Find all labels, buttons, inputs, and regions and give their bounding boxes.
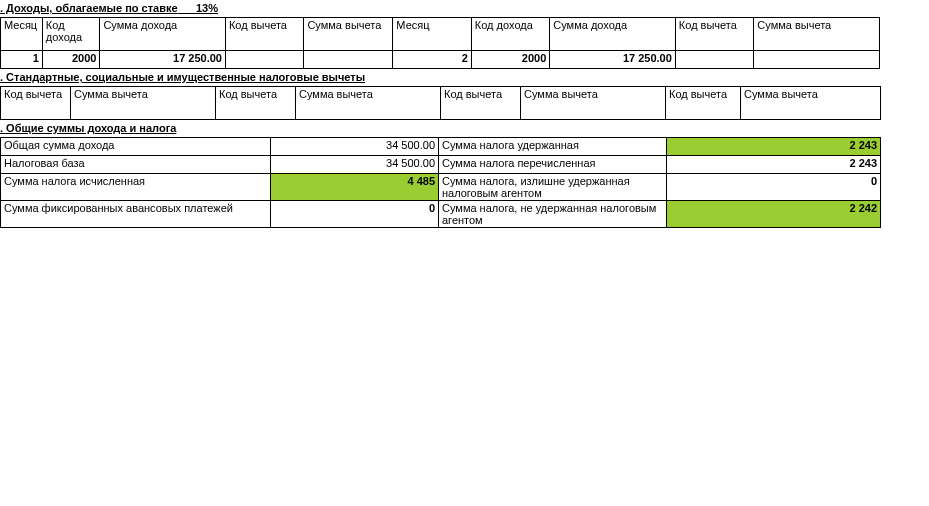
t-not-l: Сумма налога, не удержанная налоговым аг… bbox=[439, 201, 667, 228]
d-hdr-sum-2: Сумма вычета bbox=[296, 87, 441, 120]
section3-title-text: . Доходы, облагаемые по ставке bbox=[0, 2, 178, 14]
hdr-month-r: Месяц bbox=[393, 18, 471, 51]
t-transferred-l: Сумма налога перечисленная bbox=[439, 156, 667, 174]
t-base-v: 34 500.00 bbox=[271, 156, 439, 174]
hdr-income-sum-r: Сумма дохода bbox=[550, 18, 676, 51]
t-fixed-v: 0 bbox=[271, 201, 439, 228]
section3-title: . Доходы, облагаемые по ставке 13% bbox=[0, 0, 880, 17]
deductions-table: Код вычета Сумма вычета Код вычета Сумма… bbox=[0, 86, 881, 120]
d-hdr-code-2: Код вычета bbox=[216, 87, 296, 120]
d-hdr-code-4: Код вычета bbox=[666, 87, 741, 120]
d-hdr-sum-3: Сумма вычета bbox=[521, 87, 666, 120]
t-transferred-v: 2 243 bbox=[667, 156, 881, 174]
hdr-income-code-l: Код дохода bbox=[42, 18, 100, 51]
hdr-deduct-sum-l: Сумма вычета bbox=[304, 18, 393, 51]
section3-rate: 13% bbox=[196, 2, 218, 14]
t-over-l: Сумма налога, излишне удержанная налогов… bbox=[439, 174, 667, 201]
d-hdr-code-1: Код вычета bbox=[1, 87, 71, 120]
t-over-v: 0 bbox=[667, 174, 881, 201]
cell-income-code-l: 2000 bbox=[42, 51, 100, 69]
cell-income-sum-r: 17 250.00 bbox=[550, 51, 676, 69]
cell-deduct-sum-r bbox=[754, 51, 880, 69]
t-not-v: 2 242 bbox=[667, 201, 881, 228]
t-fixed-l: Сумма фиксированных авансовых платежей bbox=[1, 201, 271, 228]
hdr-income-sum-l: Сумма дохода bbox=[100, 18, 226, 51]
hdr-month-l: Месяц bbox=[1, 18, 43, 51]
t-withheld-v: 2 243 bbox=[667, 138, 881, 156]
t-calc-l: Сумма налога исчисленная bbox=[1, 174, 271, 201]
hdr-income-code-r: Код дохода bbox=[471, 18, 549, 51]
cell-month-r: 2 bbox=[393, 51, 471, 69]
cell-deduct-code-l bbox=[225, 51, 303, 69]
d-hdr-sum-4: Сумма вычета bbox=[741, 87, 881, 120]
d-hdr-sum-1: Сумма вычета bbox=[71, 87, 216, 120]
t-base-l: Налоговая база bbox=[1, 156, 271, 174]
hdr-deduct-code-l: Код вычета bbox=[225, 18, 303, 51]
section4-title: . Стандартные, социальные и имущественны… bbox=[0, 69, 880, 86]
hdr-deduct-sum-r: Сумма вычета bbox=[754, 18, 880, 51]
income-table: Месяц Код дохода Сумма дохода Код вычета… bbox=[0, 17, 880, 69]
totals-table: Общая сумма дохода 34 500.00 Сумма налог… bbox=[0, 137, 881, 228]
hdr-deduct-code-r: Код вычета bbox=[675, 18, 753, 51]
cell-month-l: 1 bbox=[1, 51, 43, 69]
t-withheld-l: Сумма налога удержанная bbox=[439, 138, 667, 156]
section5-title: . Общие суммы дохода и налога bbox=[0, 120, 880, 137]
t-income-total-v: 34 500.00 bbox=[271, 138, 439, 156]
cell-deduct-sum-l bbox=[304, 51, 393, 69]
cell-income-sum-l: 17 250.00 bbox=[100, 51, 226, 69]
cell-deduct-code-r bbox=[675, 51, 753, 69]
d-hdr-code-3: Код вычета bbox=[441, 87, 521, 120]
cell-income-code-r: 2000 bbox=[471, 51, 549, 69]
t-calc-v: 4 485 bbox=[271, 174, 439, 201]
t-income-total-l: Общая сумма дохода bbox=[1, 138, 271, 156]
